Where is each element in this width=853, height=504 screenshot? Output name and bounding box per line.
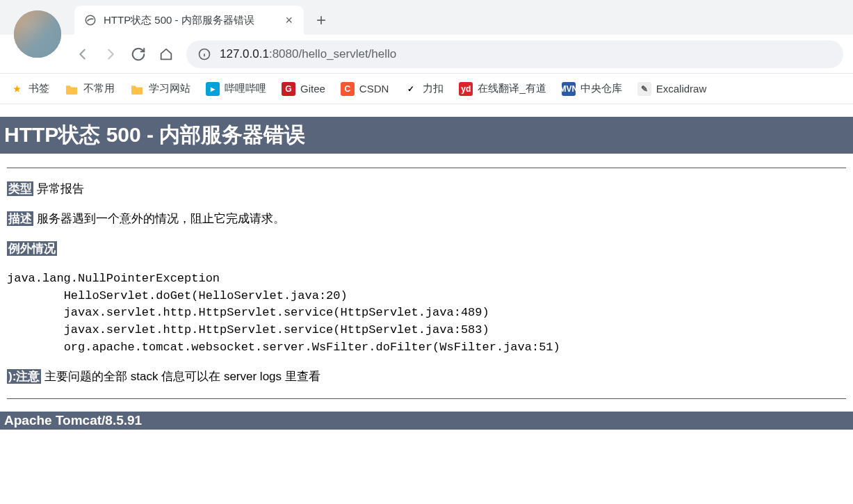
bookmark-label: Excalidraw: [656, 83, 707, 95]
note-value: 主要问题的全部 stack 信息可以在 server logs 里查看: [44, 370, 320, 383]
bookmark-label: 不常用: [83, 82, 115, 95]
type-label: 类型: [7, 181, 33, 196]
navigation-bar: 127.0.0.1:8080/hello_servlet/hello: [0, 35, 853, 74]
mvn-icon: MVN: [562, 82, 576, 96]
site-info-icon[interactable]: [197, 47, 211, 61]
bookmark-label: 中央仓库: [580, 82, 622, 95]
page-favicon-icon: [84, 14, 97, 26]
bookmark-label: 书签: [29, 82, 49, 95]
back-button[interactable]: [75, 47, 90, 62]
bookmark-item[interactable]: ✓力扣: [404, 82, 444, 96]
gitee-icon: G: [282, 82, 295, 96]
desc-label: 描述: [7, 211, 33, 226]
error-type-row: 类型 异常报告: [0, 181, 853, 197]
bookmark-item[interactable]: 不常用: [65, 82, 115, 96]
note-label: ):注意: [7, 369, 41, 384]
error-desc-row: 描述 服务器遇到一个意外的情况，阻止它完成请求。: [0, 211, 853, 227]
folder-icon: [65, 82, 79, 96]
stacktrace: java.lang.NullPointerException HelloServ…: [0, 270, 853, 356]
svg-point-0: [86, 15, 95, 25]
refresh-button[interactable]: [131, 47, 146, 62]
tab-bar: HTTP状态 500 - 内部服务器错误 × +: [0, 0, 853, 35]
leetcode-icon: ✓: [404, 82, 418, 96]
server-footer: Apache Tomcat/8.5.91: [0, 412, 853, 430]
browser-chrome: HTTP状态 500 - 内部服务器错误 × + 127.0.0.1:8080/…: [0, 0, 853, 104]
excalidraw-icon: ✎: [637, 82, 651, 96]
url-path: /hello_servlet/hello: [298, 47, 396, 60]
bookmark-item[interactable]: ★书签: [10, 82, 49, 96]
exception-row: 例外情况: [0, 241, 853, 257]
folder-icon: [130, 82, 144, 96]
bookmark-item[interactable]: MVN中央仓库: [562, 82, 622, 96]
new-tab-button[interactable]: +: [304, 6, 339, 35]
bookmark-label: 哔哩哔哩: [225, 82, 266, 95]
url-host: 127.0.0.1: [220, 47, 269, 60]
bookmark-label: Gitee: [300, 83, 325, 95]
bookmark-label: 在线翻译_有道: [478, 82, 546, 95]
desc-value: 服务器遇到一个意外的情况，阻止它完成请求。: [37, 212, 285, 225]
address-bar[interactable]: 127.0.0.1:8080/hello_servlet/hello: [186, 40, 843, 68]
forward-button[interactable]: [103, 47, 118, 62]
csdn-icon: C: [341, 82, 355, 96]
bookmark-item[interactable]: ✎Excalidraw: [637, 82, 707, 96]
profile-avatar[interactable]: [14, 10, 61, 58]
bookmarks-bar: ★书签不常用学习网站▸哔哩哔哩GGiteeCCSDN✓力扣yd在线翻译_有道MV…: [0, 74, 853, 104]
bookmark-item[interactable]: 学习网站: [130, 82, 190, 96]
note-row: ):注意 主要问题的全部 stack 信息可以在 server logs 里查看: [0, 368, 853, 384]
youdao-icon: yd: [459, 82, 473, 96]
star-icon: ★: [10, 82, 24, 96]
bookmark-label: CSDN: [359, 83, 389, 95]
tab-close-icon[interactable]: ×: [284, 13, 294, 28]
bookmark-label: 力扣: [423, 82, 444, 95]
url-text: 127.0.0.1:8080/hello_servlet/hello: [220, 47, 832, 61]
bookmark-label: 学习网站: [149, 82, 190, 95]
divider: [7, 398, 846, 399]
exception-label: 例外情况: [7, 241, 57, 256]
bookmark-item[interactable]: yd在线翻译_有道: [459, 82, 546, 96]
browser-tab[interactable]: HTTP状态 500 - 内部服务器错误 ×: [74, 6, 304, 35]
url-port: :8080: [269, 47, 299, 60]
bookmark-item[interactable]: CCSDN: [341, 82, 389, 96]
error-title: HTTP状态 500 - 内部服务器错误: [0, 117, 853, 154]
home-button[interactable]: [159, 47, 174, 62]
bookmark-item[interactable]: ▸哔哩哔哩: [206, 82, 266, 96]
type-value: 异常报告: [37, 182, 84, 195]
page-content: HTTP状态 500 - 内部服务器错误 类型 异常报告 描述 服务器遇到一个意…: [0, 117, 853, 430]
divider: [7, 168, 846, 168]
bookmark-item[interactable]: GGitee: [282, 82, 325, 96]
bilibili-icon: ▸: [206, 82, 220, 96]
tab-title: HTTP状态 500 - 内部服务器错误: [104, 14, 277, 27]
